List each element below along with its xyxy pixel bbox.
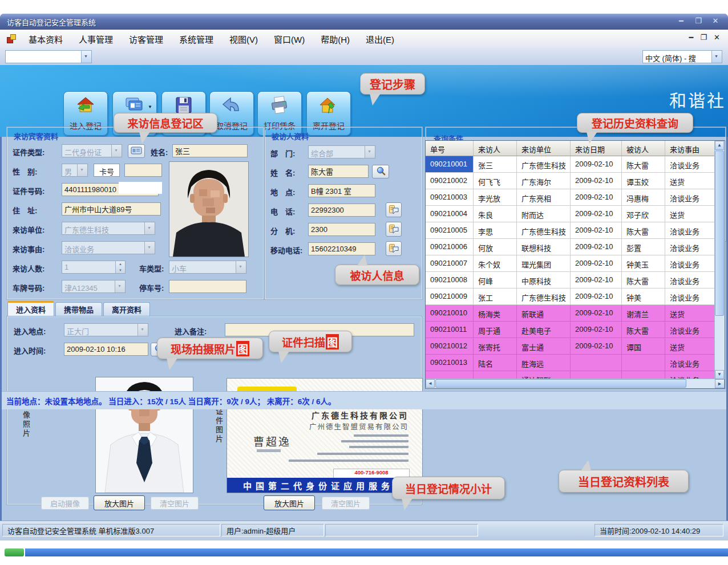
table-row[interactable]: 090210009张工广东德生科技2009-02-10钟美洽谈业务 <box>426 288 725 305</box>
visit-reason-select[interactable]: 洽谈业务 <box>62 241 155 254</box>
parking-input[interactable] <box>169 280 246 293</box>
col-header[interactable]: 来访人 <box>474 141 517 156</box>
menu-item-8[interactable]: 退出(E) <box>359 31 401 47</box>
col-header[interactable]: 来访事由 <box>665 141 715 156</box>
card-company1: 广东德生科技有限公司 <box>312 409 409 421</box>
table-cell: 洽谈业务 <box>665 189 715 205</box>
card-reader-button[interactable] <box>128 144 145 158</box>
chevron-down-icon[interactable] <box>115 281 125 292</box>
menu-item-5[interactable]: 视图(V) <box>223 31 265 47</box>
card-no-label: 卡号 <box>94 164 120 177</box>
scroll-thumb[interactable] <box>435 379 686 388</box>
scroll-thumb[interactable] <box>715 151 724 316</box>
zoom-card-button[interactable]: 放大图片 <box>264 495 315 510</box>
table-row[interactable]: 090210005李思广东德生科技2009-02-10陈大雷洽谈业务 <box>426 222 725 239</box>
people-count-stepper[interactable]: 1▲▼ <box>62 261 126 274</box>
table-row[interactable]: 090210012张寄托富士通2009-02-10谭国送货 <box>426 338 725 355</box>
tab-carried-items[interactable]: 携带物品 <box>55 302 102 316</box>
entry-place-select[interactable]: 正大门 <box>64 323 148 336</box>
table-row[interactable]: 090210004朱良附而达2009-02-10邓子欣送货 <box>426 206 725 222</box>
location-input[interactable] <box>308 184 375 197</box>
table-row[interactable]: 090210002何飞飞广东海尔2009-02-10谭玉姣送货 <box>426 173 725 189</box>
scroll-up-icon[interactable]: ▲ <box>715 141 724 150</box>
visitor-name-input[interactable] <box>172 144 248 157</box>
stepper-arrows-icon[interactable]: ▲▼ <box>115 261 125 273</box>
menu-item-4[interactable]: 系统管理 <box>172 31 220 47</box>
tab-leave-info[interactable]: 离开资料 <box>103 302 150 316</box>
col-header[interactable]: 来访单位 <box>517 141 571 156</box>
scroll-down-icon[interactable]: ▼ <box>715 370 724 379</box>
phone-input[interactable] <box>308 204 375 217</box>
table-row[interactable]: 090210011周于通赴美电子2009-02-10陈大雷洽谈业务 <box>426 322 725 338</box>
start-camera-button[interactable]: 启动摄像 <box>41 497 89 510</box>
menu-item-7[interactable]: 帮助(H) <box>314 31 357 47</box>
status-user: 用户:admin-超级用户 <box>221 524 324 536</box>
table-row[interactable]: 090210007朱个奴理光集团2009-02-10钟美玉洽谈业务 <box>426 255 725 272</box>
table-row[interactable]: 090210010杨海类新联通2009-02-10谢清兰送货 <box>426 305 725 322</box>
menu-item-2[interactable]: 人事管理 <box>72 31 120 47</box>
close-icon[interactable]: ✕ <box>710 16 721 26</box>
chevron-down-icon[interactable] <box>137 324 148 336</box>
chevron-down-icon[interactable] <box>144 242 155 254</box>
mobile-input[interactable] <box>308 242 375 255</box>
dial-ext-button[interactable] <box>386 222 402 237</box>
chevron-down-icon[interactable] <box>365 146 375 158</box>
clear-photo-button[interactable]: 清空图片 <box>151 497 199 510</box>
quick-combobox[interactable] <box>5 50 92 63</box>
language-select[interactable]: 中文 (简体) - 搜 <box>642 50 722 63</box>
dept-select[interactable]: 综合部 <box>308 145 375 158</box>
dial-phone-button[interactable] <box>386 202 402 217</box>
mdi-restore-icon[interactable]: ❐ <box>700 33 707 42</box>
interviewee-name-input[interactable] <box>308 165 369 178</box>
id-type-select[interactable]: 二代身份证 <box>62 144 122 157</box>
table-row[interactable]: 090210006何放联想科技2009-02-10彭置洽谈业务 <box>426 239 725 255</box>
table-cell: 2009-02-10 <box>571 288 622 304</box>
zoom-photo-button[interactable]: 放大图片 <box>94 495 145 510</box>
col-header[interactable]: 被访人 <box>622 141 665 156</box>
plate-select[interactable]: 津A12345 <box>62 280 126 293</box>
table-cell: 090210012 <box>426 338 474 354</box>
enter-house-icon <box>75 95 96 116</box>
table-cell: 邓子欣 <box>622 206 665 222</box>
minimize-icon[interactable]: ━ <box>676 16 687 26</box>
table-cell: 2009-02-10 <box>571 338 622 354</box>
menu-item-1[interactable]: 基本资料 <box>22 31 70 47</box>
ext-input[interactable] <box>308 223 375 236</box>
col-header[interactable]: 单号 <box>426 141 474 156</box>
menu-item-6[interactable]: 窗口(W) <box>267 31 312 47</box>
restore-icon[interactable]: ❐ <box>693 16 704 26</box>
table-row[interactable]: 090210003李光放广东亮相2009-02-10冯惠梅洽谈业务 <box>426 189 725 206</box>
chevron-down-icon[interactable] <box>236 261 246 273</box>
entry-place-label: 进入地点: <box>14 326 46 336</box>
address-input[interactable] <box>62 202 161 216</box>
chevron-down-icon[interactable] <box>711 51 722 63</box>
tab-entry-info[interactable]: 进入资料 <box>7 301 54 316</box>
card-no-input[interactable] <box>124 164 162 177</box>
visit-company-select[interactable]: 广东德生科技 <box>62 222 155 235</box>
entry-time-input[interactable] <box>64 343 148 356</box>
chevron-down-icon[interactable] <box>77 164 87 176</box>
horizontal-scrollbar[interactable]: ◄ <box>426 379 715 388</box>
people-count-label: 来访人数: <box>13 263 45 274</box>
table-cell: 090210010 <box>426 305 474 321</box>
table-cell: 广东亮相 <box>517 189 571 205</box>
mdi-close-icon[interactable]: ✕ <box>714 33 720 42</box>
chevron-down-icon[interactable] <box>144 222 155 234</box>
gender-select[interactable]: 男 <box>62 164 88 177</box>
scroll-right-icon[interactable]: ► <box>715 379 725 388</box>
vertical-scrollbar[interactable]: ▲ ▼ <box>714 141 725 379</box>
table-row[interactable]: 090210013陆名胜海远洽谈业务 <box>426 355 725 371</box>
chevron-down-icon[interactable] <box>111 145 122 157</box>
search-person-button[interactable] <box>372 165 389 178</box>
clear-card-button[interactable]: 清空图片 <box>322 497 370 510</box>
dial-mobile-button[interactable] <box>386 241 402 256</box>
vehicle-type-select[interactable]: 小车 <box>169 261 246 274</box>
chevron-down-icon[interactable] <box>81 51 91 63</box>
table-row[interactable]: 090210008何峰中原科技2009-02-10陈大雷洽谈业务 <box>426 272 725 288</box>
brand-text: 和谐社 <box>669 87 726 112</box>
table-row[interactable]: 090210001张三广东德生科技2009-02-10陈大雷洽谈业务 <box>426 156 725 173</box>
table-header: 单号 来访人 来访单位 来访日期 被访人 来访事由 <box>426 141 725 156</box>
mdi-minimize-icon[interactable]: ━ <box>689 33 694 42</box>
scroll-left-icon[interactable]: ◄ <box>426 379 435 388</box>
menu-item-3[interactable]: 访客管理 <box>122 31 170 47</box>
